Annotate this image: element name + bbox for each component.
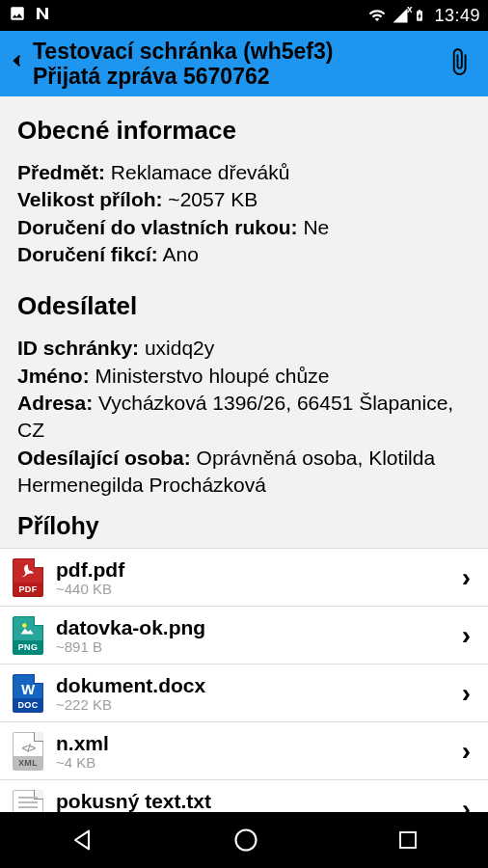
chevron-right-icon: › (456, 620, 476, 651)
signal-icon: x (392, 7, 409, 24)
attachment-size: ~222 KB (56, 696, 456, 713)
row-sender-person: Odesílající osoba: Oprávněná osoba, Klot… (17, 445, 471, 500)
attachment-size: ~4 KB (56, 754, 456, 771)
chevron-right-icon: › (456, 562, 476, 593)
row-fiction: Doručení fikcí: Ano (17, 241, 471, 268)
row-sender-address: Adresa: Vycházková 1396/26, 66451 Šlapan… (17, 390, 471, 445)
pdf-file-icon: PDF (10, 557, 46, 598)
n-icon (33, 5, 52, 27)
section-attachments-heading: Přílohy (0, 502, 488, 548)
attachment-name: pdf.pdf (56, 558, 456, 581)
app-title-line1: Testovací schránka (wh5ef3) (33, 39, 440, 64)
nav-home-button[interactable] (232, 827, 259, 854)
chevron-right-icon: › (456, 794, 476, 812)
svg-point-0 (22, 623, 27, 628)
row-subject: Předmět: Reklamace dřeváků (17, 159, 471, 186)
attachment-row[interactable]: PDF pdf.pdf ~440 KB › (0, 548, 488, 606)
attachment-row[interactable]: PNG datovka-ok.png ~891 B › (0, 606, 488, 664)
attachment-row[interactable]: TXT pokusný text.txt ~721 B › (0, 779, 488, 812)
battery-icon (413, 6, 426, 25)
attachment-list: PDF pdf.pdf ~440 KB › PNG datovka-ok.png… (0, 548, 488, 812)
row-attachment-size: Velikost příloh: ~2057 KB (17, 186, 471, 213)
txt-file-icon: TXT (10, 789, 46, 812)
attachment-row[interactable]: </>XML n.xml ~4 KB › (0, 721, 488, 779)
app-title-line2: Přijatá zpráva 5670762 (33, 64, 440, 89)
attachment-name: datovka-ok.png (56, 616, 456, 638)
attachment-name: pokusný text.txt (56, 790, 456, 812)
attachment-row[interactable]: WDOC dokument.docx ~222 KB › (0, 664, 488, 721)
attachment-name: dokument.docx (56, 674, 456, 696)
row-box-id: ID schránky: uxidq2y (17, 335, 471, 362)
nav-back-button[interactable] (68, 827, 95, 854)
row-own-hands: Doručení do vlastních rukou: Ne (17, 214, 471, 241)
attachment-size: ~891 B (56, 638, 456, 655)
section-sender-heading: Odesílatel (17, 291, 471, 321)
content-scroll[interactable]: Obecné informace Předmět: Reklamace dřev… (0, 96, 488, 812)
chevron-right-icon: › (456, 678, 476, 709)
nav-recent-button[interactable] (396, 828, 420, 852)
back-button[interactable] (4, 46, 31, 81)
app-title: Testovací schránka (wh5ef3) Přijatá zprá… (31, 39, 440, 90)
chevron-right-icon: › (456, 736, 476, 767)
doc-file-icon: WDOC (10, 673, 46, 714)
image-icon (8, 5, 27, 27)
svg-rect-2 (400, 832, 416, 848)
png-file-icon: PNG (10, 615, 46, 656)
row-sender-name: Jméno: Ministerstvo hloupé chůze (17, 363, 471, 390)
navigation-bar (0, 812, 488, 868)
attachment-name: n.xml (56, 732, 456, 754)
status-bar: x 13:49 (0, 0, 488, 31)
status-clock: 13:49 (434, 6, 480, 26)
attachment-size: ~440 KB (56, 581, 456, 597)
attachment-button[interactable] (440, 46, 478, 81)
section-general-heading: Obecné informace (17, 116, 471, 146)
xml-file-icon: </>XML (10, 731, 46, 772)
wifi-icon (366, 7, 388, 24)
app-bar: Testovací schránka (wh5ef3) Přijatá zprá… (0, 31, 488, 96)
svg-point-1 (236, 830, 257, 851)
